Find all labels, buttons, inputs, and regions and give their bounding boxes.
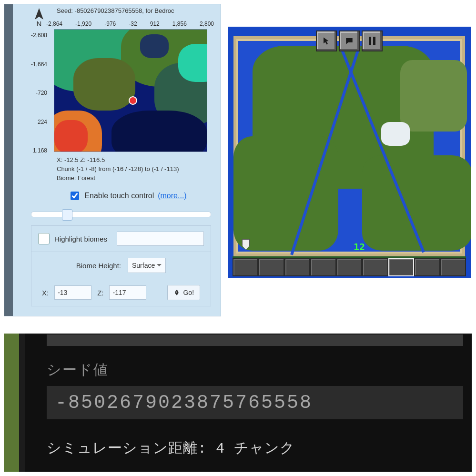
seed-label: シード値 xyxy=(47,360,109,380)
highlight-biomes-checkbox[interactable] xyxy=(38,233,50,244)
tick: -976 xyxy=(104,20,116,27)
speech-icon xyxy=(345,37,354,45)
prev-field[interactable] xyxy=(47,334,463,346)
biome-height-row: Biome Height: Surface xyxy=(31,252,211,279)
go-button[interactable]: Go! xyxy=(167,285,200,300)
tick: -2,864 xyxy=(46,20,62,27)
map-parchment[interactable] xyxy=(233,36,465,256)
map-overlay-number: 12 xyxy=(354,241,365,253)
compass-icon: N xyxy=(34,8,44,28)
z-label: Z: xyxy=(97,289,103,297)
hotbar-slot[interactable] xyxy=(284,258,310,276)
highlight-biomes-label: Highlight biomes xyxy=(54,235,107,243)
go-label: Go! xyxy=(183,289,194,296)
sim-distance-label: シミュレーション距離: 4 チャンク xyxy=(47,438,295,458)
tick: 1,856 xyxy=(172,20,187,27)
y-axis-ticks: -2,608 -1,664 -720 224 1,168 xyxy=(23,32,47,154)
enable-touch-checkbox[interactable] xyxy=(71,192,79,200)
minecraft-map-panel: 12 xyxy=(228,27,471,278)
svg-marker-0 xyxy=(35,8,43,20)
edge-decor xyxy=(4,334,19,472)
hotbar-slot[interactable] xyxy=(336,258,362,276)
cursor-icon xyxy=(322,37,331,45)
left-gutter xyxy=(4,4,13,316)
slider-thumb-icon[interactable] xyxy=(62,209,72,221)
goto-row: X: Z: Go! xyxy=(31,279,211,306)
seed-input[interactable]: -8502679023875765558 xyxy=(47,386,463,419)
hotbar-slot[interactable] xyxy=(414,258,440,276)
cursor-info: X: -12.5 Z: -116.5 Chunk (-1 / -8) from … xyxy=(57,156,179,183)
highlight-biomes-input[interactable] xyxy=(117,232,204,246)
tick: 224 xyxy=(23,119,47,125)
tick: -2,608 xyxy=(23,32,47,39)
info-xz: X: -12.5 Z: -116.5 xyxy=(57,156,179,165)
rocket-icon xyxy=(173,289,180,296)
x-label: X: xyxy=(42,289,49,297)
info-chunk: Chunk (-1 / -8) from (-16 / -128) to (-1… xyxy=(57,165,179,174)
tick: -1,664 xyxy=(23,61,47,68)
touch-control-row: Enable touch control (more...) xyxy=(41,190,214,202)
map-water xyxy=(238,41,460,252)
select-value: Surface xyxy=(132,262,155,269)
touch-more-link[interactable]: (more...) xyxy=(158,192,186,200)
biome-height-label: Biome Height: xyxy=(76,262,121,270)
tick: 2,800 xyxy=(200,20,214,27)
highlight-biomes-row: Highlight biomes xyxy=(31,226,211,252)
compass-letter: N xyxy=(37,20,42,28)
enable-touch-label: Enable touch control xyxy=(84,192,154,200)
tick: -32 xyxy=(129,20,137,27)
tick: 1,168 xyxy=(23,147,47,154)
hotbar[interactable] xyxy=(233,256,466,276)
info-biome: Biome: Forest xyxy=(57,174,179,183)
z-input[interactable] xyxy=(109,285,146,300)
x-input[interactable] xyxy=(54,285,91,300)
chat-button[interactable] xyxy=(339,30,360,51)
hotbar-slot[interactable] xyxy=(440,258,466,276)
tick: 912 xyxy=(150,20,160,27)
top-toolbar xyxy=(316,30,383,51)
seed-value: -8502679023875765558 xyxy=(55,392,313,414)
biome-finder-panel: N Seed: -8502679023875765558, for Bedroc… xyxy=(4,4,221,316)
tick: -720 xyxy=(23,90,47,96)
settings-form: Highlight biomes Biome Height: Surface X… xyxy=(31,225,211,306)
x-axis-ticks: -2,864 -1,920 -976 -32 912 1,856 2,800 xyxy=(46,20,214,27)
edge-decor xyxy=(19,334,25,472)
pointer-button[interactable] xyxy=(316,30,337,51)
hotbar-slot-selected[interactable] xyxy=(388,258,414,276)
hotbar-slot[interactable] xyxy=(310,258,336,276)
tick: -1,920 xyxy=(75,20,91,27)
pause-icon xyxy=(369,37,375,45)
world-settings-panel: シード値 -8502679023875765558 シミュレーション距離: 4 … xyxy=(4,334,472,472)
pause-button[interactable] xyxy=(362,30,383,51)
hotbar-slot[interactable] xyxy=(362,258,388,276)
hotbar-slot[interactable] xyxy=(233,258,258,276)
biome-height-select[interactable]: Surface xyxy=(128,258,166,273)
hotbar-slot[interactable] xyxy=(258,258,284,276)
biome-map[interactable] xyxy=(54,29,207,152)
zoom-slider[interactable] xyxy=(31,206,211,223)
player-marker-icon xyxy=(129,96,137,105)
seed-text: Seed: -8502679023875765558, for Bedroc xyxy=(57,7,174,14)
